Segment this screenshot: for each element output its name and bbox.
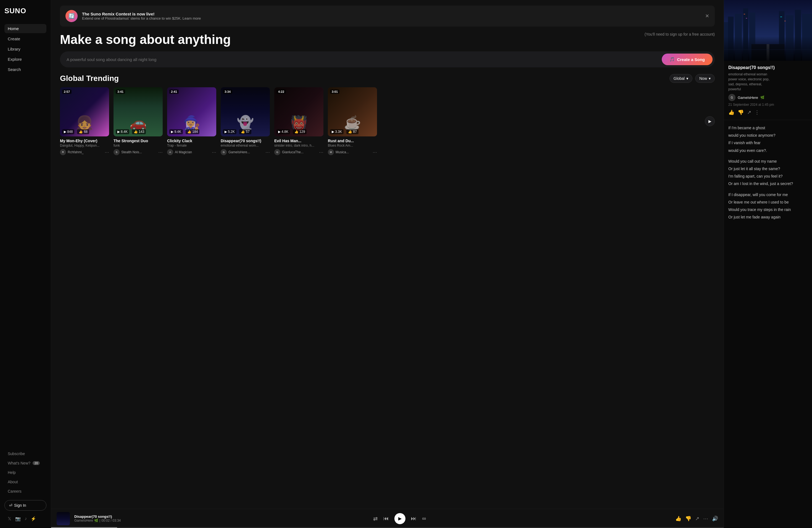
song-title-4: Disappear(70 songs!!) <box>221 138 270 143</box>
play-pause-button[interactable]: ▶ <box>394 513 405 524</box>
song-genre-6: Blues Rock Am... <box>328 144 377 147</box>
player-dislike-button[interactable]: 👎 <box>685 516 691 522</box>
svg-rect-6 <box>779 11 784 60</box>
lyrics-line-11: Would you trace my steps in the rain <box>728 206 808 213</box>
song-card-3[interactable]: 🧙‍♀️ 2:41 ▶ 9.4K 👍 184 ▶ Clickity Clack … <box>167 87 216 155</box>
player-controls: ⇄ ⏮ ▶ ⏭ ∞ <box>128 513 671 524</box>
like-count-5: 👍 129 <box>293 129 307 134</box>
sidebar-item-explore[interactable]: Explore <box>4 55 46 64</box>
right-lyrics: If I'm became a ghost would you notice a… <box>724 120 812 528</box>
sidebar-item-create[interactable]: Create <box>4 34 46 43</box>
right-song-title: Disappear(70 songs!!) <box>728 65 808 70</box>
song-card-5[interactable]: 👹 4:22 ▶ 4.8K 👍 129 ▶ Evil Has Man... si… <box>274 87 323 155</box>
more-options-5[interactable]: ⋯ <box>319 150 323 155</box>
song-title-3: Clickity Clack <box>167 138 216 143</box>
svg-rect-12 <box>780 17 782 17</box>
discord-icon[interactable]: ⚡ <box>31 516 36 522</box>
svg-rect-14 <box>752 44 785 61</box>
more-options-4[interactable]: ⋯ <box>265 150 270 155</box>
lyrics-line-2: would you notice anymore? <box>728 132 808 139</box>
svg-rect-13 <box>784 21 785 21</box>
sidebar-item-library[interactable]: Library <box>4 44 46 54</box>
sidebar-item-careers[interactable]: Careers <box>4 487 46 495</box>
player-share-button[interactable]: ↗ <box>695 516 699 522</box>
time-filter-button[interactable]: Now ▾ <box>695 74 715 83</box>
sign-in-button[interactable]: ⏎ Sign In <box>4 500 46 511</box>
create-song-button[interactable]: 🎵 Create a Song <box>662 54 713 65</box>
song-card-6[interactable]: ☕ 3:01 ▶ 3.3K 👍 87 ▶ Rust and Du... Blue… <box>328 87 377 155</box>
svg-rect-8 <box>795 10 801 60</box>
svg-rect-2 <box>728 17 734 61</box>
song-genre-4: emotional ethereal wom... <box>221 144 270 147</box>
song-thumb-2: 🚗 3:41 ▶ 8.4K 👍 143 ▶ <box>114 87 163 136</box>
global-filter-button[interactable]: Global ▾ <box>669 74 692 83</box>
trending-controls: Global ▾ Now ▾ <box>669 74 715 83</box>
song-input[interactable] <box>67 57 658 62</box>
music-icon: 🎵 <box>669 57 675 62</box>
play-count-6: ▶ 3.3K <box>330 129 344 134</box>
play-count-3: ▶ 9.4K <box>169 129 183 134</box>
right-more-button[interactable]: ⋮ <box>755 109 759 115</box>
banner-close-button[interactable]: ✕ <box>704 13 710 19</box>
author-avatar-4: G <box>221 149 227 155</box>
song-card-4[interactable]: 👻 3:34 ▶ 5.2K 👍 57 ▶ Disappear(70 songs!… <box>221 87 270 155</box>
player-volume-button[interactable]: 🔊 <box>712 516 718 522</box>
twitter-icon[interactable]: 𝕏 <box>8 516 11 522</box>
right-song-tags: emotional ethereal woman power voice, el… <box>728 72 808 92</box>
right-share-button[interactable]: ↗ <box>747 109 751 115</box>
right-dislike-button[interactable]: 👎 <box>738 109 744 115</box>
content-area: 🔄 The Suno Remix Contest is now live! Ex… <box>51 0 724 509</box>
song-info-4: Disappear(70 songs!!) emotional ethereal… <box>221 138 270 155</box>
song-card-1[interactable]: 👧 2:57 ▶ 848 👍 68 ▶ My Mon-Ehy (Cover) D… <box>60 87 109 155</box>
more-options-3[interactable]: ⋯ <box>212 150 216 155</box>
song-duration-1: 2:57 <box>62 89 72 94</box>
song-info-2: The Strongest Duo funk S Stealth Nois...… <box>114 138 163 155</box>
like-count-1: 👍 68 <box>77 129 89 134</box>
chevron-down-icon-2: ▾ <box>709 76 711 80</box>
song-duration-2: 3:41 <box>116 89 125 94</box>
sidebar-item-whats-new[interactable]: What's New? 20 <box>4 459 46 467</box>
prev-button[interactable]: ⏮ <box>383 515 389 522</box>
song-info-5: Evil Has Man... sinister intro, dark int… <box>274 138 323 155</box>
sidebar-item-home[interactable]: Home <box>4 24 46 33</box>
player-like-button[interactable]: 👍 <box>675 516 681 522</box>
song-stats-5: ▶ 4.8K 👍 129 <box>276 129 321 134</box>
sidebar-item-search[interactable]: Search <box>4 65 46 74</box>
author-avatar-3: A <box>167 149 173 155</box>
time-filter-label: Now <box>699 76 707 80</box>
next-button[interactable]: ⏭ <box>411 515 417 522</box>
song-duration-3: 2:41 <box>169 89 179 94</box>
right-author-avatar: G <box>728 94 736 101</box>
next-songs-button[interactable]: ▶ <box>705 116 715 126</box>
right-like-button[interactable]: 👍 <box>728 109 735 115</box>
lyrics-line-9: If I disappear, will you come for me <box>728 191 808 198</box>
repeat-button[interactable]: ∞ <box>422 515 426 522</box>
tiktok-icon[interactable]: ♪ <box>25 516 27 522</box>
song-info-3: Clickity Clack Trap - female A Al Magici… <box>167 138 216 155</box>
song-thumb-1: 👧 2:57 ▶ 848 👍 68 ▶ <box>60 87 109 136</box>
banner-text: The Suno Remix Contest is now live! Exte… <box>82 12 201 20</box>
svg-rect-10 <box>744 14 745 14</box>
lyrics-break-2 <box>728 188 808 191</box>
song-stats-1: ▶ 848 👍 68 <box>62 129 107 134</box>
sidebar-item-subscribe[interactable]: Subscribe <box>4 450 46 458</box>
sidebar-item-about[interactable]: About <box>4 478 46 486</box>
more-options-1[interactable]: ⋯ <box>105 150 109 155</box>
player-song-title: Disappear(70 songs!!) <box>74 514 124 518</box>
more-options-2[interactable]: ⋯ <box>158 150 163 155</box>
song-title-5: Evil Has Man... <box>274 138 323 143</box>
right-song-author-row: G GameIsHere 🌿 <box>728 94 808 101</box>
sidebar-item-help[interactable]: Help <box>4 469 46 476</box>
instagram-icon[interactable]: 📷 <box>15 516 21 522</box>
player-more-button[interactable]: ⋯ <box>703 516 708 522</box>
song-card-2[interactable]: 🚗 3:41 ▶ 8.4K 👍 143 ▶ The Strongest Duo … <box>114 87 163 155</box>
chevron-down-icon: ▾ <box>686 76 688 80</box>
lyrics-line-6: Or just let it all stay the same? <box>728 165 808 172</box>
global-filter-label: Global <box>673 76 685 80</box>
more-options-6[interactable]: ⋯ <box>373 150 377 155</box>
song-author-row-4: G GameIsHere... ⋯ <box>221 149 270 155</box>
song-author-row-6: M Musica... ⋯ <box>328 149 377 155</box>
author-name-5: GianlucaThe... <box>282 150 317 154</box>
shuffle-button[interactable]: ⇄ <box>373 515 378 522</box>
song-title-2: The Strongest Duo <box>114 138 163 143</box>
